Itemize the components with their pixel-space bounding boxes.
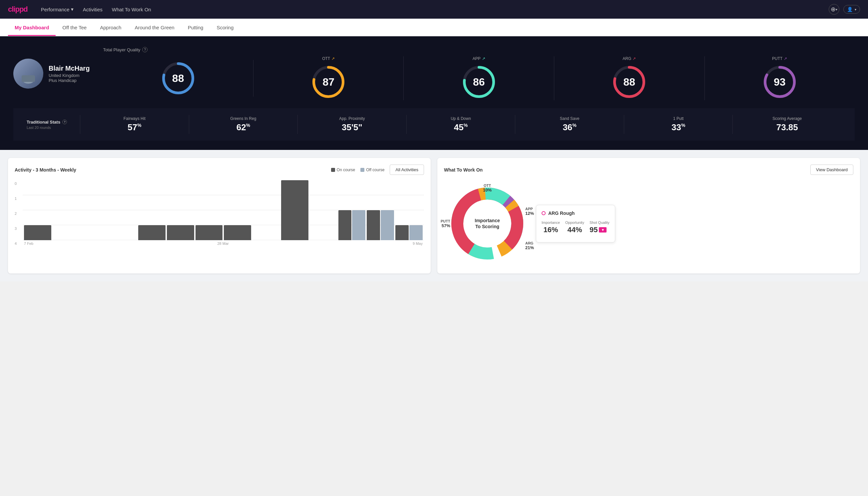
- y-axis: 4 3 2 1 0: [15, 180, 23, 246]
- svg-point-0: [24, 67, 32, 75]
- donut-center-line1: Importance: [475, 218, 500, 223]
- wtwo-card: What To Work On View Dashboard: [437, 158, 860, 274]
- nav-what-to-work-on[interactable]: What To Work On: [112, 7, 151, 12]
- tpq-section: Total Player Quality ? 88: [103, 47, 855, 100]
- gauge-putt: PUTT ↗ 93: [705, 56, 855, 100]
- stat-gir: Greens In Reg 62%: [189, 115, 298, 134]
- view-dashboard-button[interactable]: View Dashboard: [810, 165, 853, 175]
- tabs-bar: My Dashboard Off the Tee Approach Around…: [0, 19, 868, 36]
- gauge-app-value: 86: [473, 76, 485, 88]
- tpq-label: Total Player Quality ?: [103, 47, 855, 52]
- arrow-up-right-icon: ↗: [632, 56, 636, 61]
- tooltip-header: ARG Rough: [541, 211, 610, 216]
- player-details: Blair McHarg United Kingdom Plus Handica…: [49, 65, 90, 83]
- gauge-arg-title: ARG ↗: [622, 56, 636, 61]
- chevron-down-icon: ▾: [855, 7, 856, 11]
- stat-1-putt: 1 Putt 33%: [624, 115, 733, 134]
- stat-sand-save: Sand Save 36%: [515, 115, 624, 134]
- metric-importance: Importance 16%: [541, 220, 560, 234]
- tab-my-dashboard[interactable]: My Dashboard: [8, 19, 56, 36]
- donut-label-ott: OTT 10%: [483, 184, 492, 192]
- gauge-ott: OTT ↗ 87: [253, 56, 404, 100]
- donut-label-putt: PUTT 57%: [441, 219, 450, 228]
- tab-scoring[interactable]: Scoring: [210, 19, 240, 36]
- stat-fairways: Fairways Hit 57%: [80, 115, 189, 134]
- avatar: [13, 59, 43, 89]
- bar-group: [338, 210, 366, 240]
- bar-group: [195, 225, 223, 240]
- bar-group: [367, 210, 394, 240]
- bar-group: [395, 225, 423, 240]
- donut-center-line2: To Scoring: [475, 223, 500, 230]
- trad-stats: Traditional Stats ? Last 20 rounds Fairw…: [13, 108, 855, 141]
- bar-oncourse: [367, 210, 380, 240]
- bar-group: [24, 225, 51, 240]
- stat-scoring-avg: Scoring Average 73.85: [732, 115, 841, 134]
- chevron-down-icon: ▾: [71, 6, 74, 12]
- legend-off-course: Off course: [360, 168, 384, 172]
- red-flag-icon: ▼: [599, 227, 606, 233]
- tab-around-the-green[interactable]: Around the Green: [128, 19, 181, 36]
- user-icon: 👤: [847, 7, 853, 12]
- nav-activities[interactable]: Activities: [83, 7, 102, 12]
- bar-offcourse: [381, 210, 394, 240]
- tab-off-the-tee[interactable]: Off the Tee: [56, 19, 93, 36]
- bar-oncourse: [281, 180, 309, 240]
- add-button[interactable]: ⊕ ▾: [829, 4, 839, 15]
- player-handicap: Plus Handicap: [49, 78, 90, 83]
- bars-wrapper: 7 Feb 28 Mar 9 May: [23, 180, 424, 246]
- ring-putt: 93: [761, 64, 798, 100]
- ring-ott: 87: [310, 64, 347, 100]
- bar-oncourse: [24, 225, 51, 240]
- donut-label-app: APP 12%: [525, 207, 534, 216]
- bar-oncourse: [167, 225, 194, 240]
- gauge-arg: ARG ↗ 88: [554, 56, 705, 100]
- arrow-up-right-icon: ↗: [784, 56, 787, 61]
- all-activities-button[interactable]: All Activities: [390, 165, 424, 175]
- chart-legend: On course Off course: [331, 168, 385, 172]
- ring-arg: 88: [611, 64, 647, 100]
- legend-on-course: On course: [331, 168, 355, 172]
- gauge-putt-value: 93: [774, 76, 786, 88]
- bar-oncourse: [224, 225, 251, 240]
- bar-offcourse: [352, 210, 365, 240]
- player-name: Blair McHarg: [49, 65, 90, 72]
- legend-off-course-dot: [360, 168, 364, 172]
- donut-chart: Importance To Scoring OTT 10% APP 12% AR…: [444, 180, 531, 267]
- gauge-ott-value: 87: [322, 76, 334, 88]
- bar-oncourse: [338, 210, 352, 240]
- gauge-total-value: 88: [172, 72, 184, 84]
- tooltip-metrics: Importance 16% Opportunity 44% Shot Qual…: [541, 220, 610, 234]
- gauge-total: 88: [103, 60, 253, 97]
- player-info: Blair McHarg United Kingdom Plus Handica…: [13, 59, 90, 89]
- tab-putting[interactable]: Putting: [181, 19, 210, 36]
- main-content: Activity - 3 Months - Weekly On course O…: [0, 150, 868, 281]
- metric-shot-quality: Shot Quality 95 ▼: [589, 220, 610, 234]
- logo[interactable]: clippd: [8, 5, 28, 14]
- plus-icon: ⊕: [831, 6, 836, 13]
- shot-quality-value-row: 95 ▼: [589, 226, 610, 234]
- wtwo-card-header: What To Work On View Dashboard: [444, 165, 853, 175]
- help-icon[interactable]: ?: [62, 120, 67, 124]
- activity-card-header: Activity - 3 Months - Weekly On course O…: [15, 165, 424, 175]
- x-axis: 7 Feb 28 Mar 9 May: [23, 240, 424, 246]
- wtwo-inner: Importance To Scoring OTT 10% APP 12% AR…: [444, 180, 853, 267]
- arrow-up-right-icon: ↗: [482, 56, 485, 61]
- hero-section: Blair McHarg United Kingdom Plus Handica…: [0, 36, 868, 150]
- bar-oncourse: [138, 225, 165, 240]
- help-icon[interactable]: ?: [142, 47, 147, 52]
- bar-group: [138, 225, 165, 240]
- bar-chart: 4 3 2 1 0 7 Feb 28 Mar 9 May: [15, 180, 424, 246]
- tooltip-card: ARG Rough Importance 16% Opportunity 44%…: [536, 205, 615, 243]
- tooltip-title: ARG Rough: [548, 211, 574, 216]
- nav-performance[interactable]: Performance ▾: [41, 6, 74, 12]
- donut-label-arg: ARG 21%: [525, 241, 534, 250]
- stat-app-proximity: App. Proximity 35'5": [297, 115, 406, 134]
- nav-links: Performance ▾ Activities What To Work On: [41, 6, 151, 12]
- bar-oncourse: [195, 225, 223, 240]
- gauges-row: 88 OTT ↗ 87: [103, 56, 855, 100]
- user-menu-button[interactable]: 👤 ▾: [843, 5, 860, 14]
- gauge-app-title: APP ↗: [473, 56, 485, 61]
- donut-center: Importance To Scoring: [475, 218, 500, 230]
- tab-approach[interactable]: Approach: [93, 19, 128, 36]
